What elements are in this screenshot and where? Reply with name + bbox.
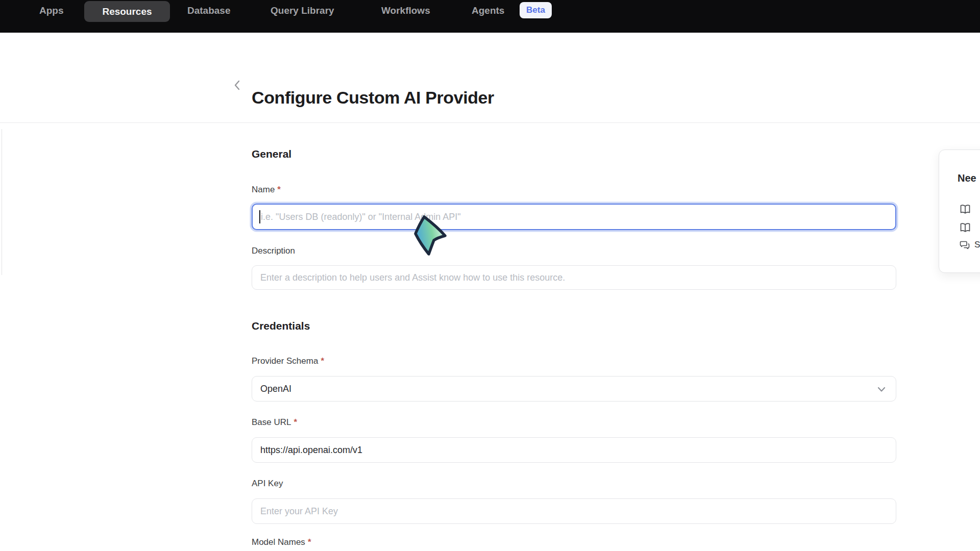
required-asterisk: * [277, 185, 281, 194]
required-asterisk: * [308, 537, 311, 547]
nav-item-agents[interactable]: Agents [472, 0, 504, 21]
base-url-input[interactable] [252, 437, 896, 463]
description-input[interactable] [252, 265, 896, 290]
credentials-section-heading: Credentials [252, 320, 310, 332]
beta-badge: Beta [520, 2, 552, 18]
help-link-docs[interactable] [960, 203, 971, 216]
app-window: Apps Resources Database Query Library Wo… [0, 0, 980, 551]
page-title: Configure Custom AI Provider [252, 87, 494, 108]
required-asterisk: * [293, 417, 297, 427]
name-label: Name* [252, 185, 281, 195]
nav-item-workflows[interactable]: Workflows [381, 0, 430, 21]
book-icon [960, 204, 971, 215]
chevron-left-icon [232, 79, 242, 91]
model-names-label: Model Names* [252, 537, 311, 547]
header-divider [0, 122, 980, 123]
nav-item-query-library[interactable]: Query Library [271, 0, 334, 21]
help-link-support[interactable]: S [960, 238, 980, 252]
nav-item-resources[interactable]: Resources [84, 1, 170, 22]
general-section-heading: General [252, 148, 291, 160]
book-icon [960, 222, 971, 233]
top-nav: Apps Resources Database Query Library Wo… [0, 0, 980, 33]
provider-schema-select[interactable]: OpenAI [252, 376, 896, 402]
api-key-input[interactable] [252, 498, 896, 524]
name-input[interactable] [252, 204, 896, 230]
help-link-label: S [974, 240, 980, 250]
provider-schema-value: OpenAI [260, 384, 291, 394]
provider-schema-label: Provider Schema* [252, 356, 324, 366]
chevron-down-icon [875, 383, 888, 395]
text-caret [259, 210, 260, 223]
nav-item-database[interactable]: Database [187, 0, 231, 21]
nav-item-apps[interactable]: Apps [39, 0, 64, 21]
help-link-guides[interactable] [960, 221, 971, 234]
help-panel-heading: Nee [958, 172, 976, 184]
description-label: Description [252, 246, 295, 256]
left-card-edge [2, 129, 2, 275]
help-panel: Nee S [939, 149, 980, 273]
api-key-label: API Key [252, 479, 283, 489]
base-url-label: Base URL* [252, 417, 297, 428]
back-button[interactable] [229, 77, 246, 94]
chat-icon [960, 240, 970, 250]
required-asterisk: * [321, 356, 324, 366]
